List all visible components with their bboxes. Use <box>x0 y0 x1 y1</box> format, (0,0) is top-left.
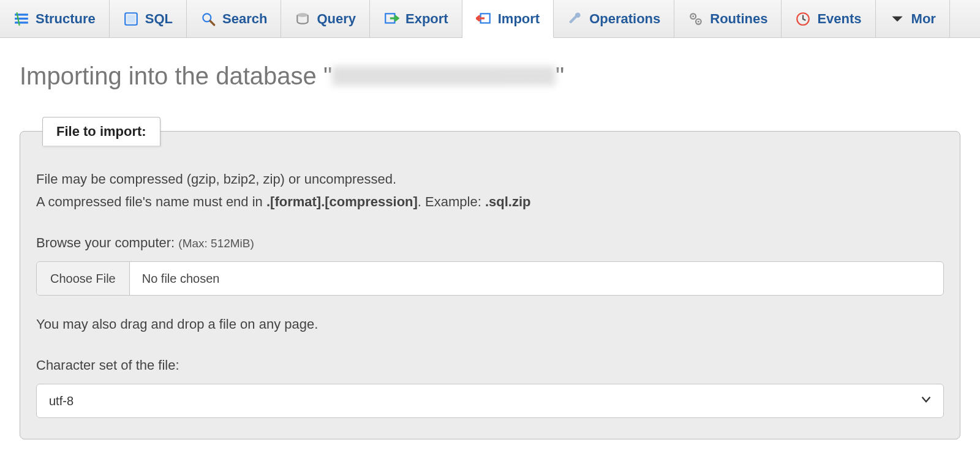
tab-label: SQL <box>145 11 173 27</box>
compression-info-line2: A compressed file's name must end in .[f… <box>36 192 944 212</box>
browse-label: Browse your computer: (Max: 512MiB) <box>36 233 944 253</box>
svg-point-13 <box>698 20 699 22</box>
tab-search[interactable]: Search <box>187 0 281 37</box>
compression-info-line1: File may be compressed (gzip, bzip2, zip… <box>36 169 944 189</box>
search-icon <box>200 11 216 27</box>
tab-sql[interactable]: SQL <box>110 0 187 37</box>
file-chosen-status: No file chosen <box>130 262 943 295</box>
tab-query[interactable]: Query <box>281 0 370 37</box>
choose-file-button[interactable]: Choose File <box>37 262 130 295</box>
tab-export[interactable]: Export <box>370 0 462 37</box>
tab-label: Search <box>222 11 267 27</box>
page-body: Importing into the database "" File to i… <box>0 38 980 454</box>
title-prefix: Importing into the database " <box>20 62 332 89</box>
tab-more[interactable]: Mor <box>876 0 950 37</box>
import-icon <box>476 11 492 27</box>
gears-icon <box>688 11 704 27</box>
tab-operations[interactable]: Operations <box>554 0 674 37</box>
file-to-import-fieldset: File to import: File may be compressed (… <box>20 117 960 439</box>
tab-label: Operations <box>589 11 660 27</box>
file-input-row: Choose File No file chosen <box>36 261 944 296</box>
charset-select[interactable]: utf-8 <box>36 384 944 418</box>
charset-select-wrap: utf-8 <box>36 384 944 418</box>
svg-rect-4 <box>127 15 135 23</box>
chevron-down-icon <box>889 11 905 27</box>
tab-import[interactable]: Import <box>462 0 554 38</box>
tab-routines[interactable]: Routines <box>674 0 782 37</box>
tab-events[interactable]: Events <box>782 0 875 37</box>
structure-icon <box>13 11 29 27</box>
export-icon <box>383 11 399 27</box>
max-size: (Max: 512MiB) <box>178 237 254 250</box>
tab-label: Mor <box>911 11 936 27</box>
tab-structure[interactable]: Structure <box>0 0 110 37</box>
query-icon <box>295 11 311 27</box>
sql-icon <box>123 11 139 27</box>
svg-line-6 <box>210 21 214 25</box>
fieldset-legend: File to import: <box>42 117 160 146</box>
dragdrop-hint: You may also drag and drop a file on any… <box>36 314 944 334</box>
svg-rect-1 <box>15 17 28 19</box>
tab-label: Events <box>817 11 861 27</box>
tab-label: Structure <box>36 11 96 27</box>
page-title: Importing into the database "" <box>20 62 960 90</box>
database-name-redacted <box>332 66 556 86</box>
title-suffix: " <box>556 62 564 89</box>
tab-label: Routines <box>710 11 767 27</box>
tab-label: Query <box>317 11 356 27</box>
tab-label: Export <box>405 11 448 27</box>
charset-label: Character set of the file: <box>36 355 944 375</box>
wrench-icon <box>567 11 583 27</box>
clock-icon <box>795 11 811 27</box>
svg-rect-2 <box>15 21 28 23</box>
tab-label: Import <box>498 11 540 27</box>
tabbar: Structure SQL Search Query Export Import <box>0 0 980 38</box>
svg-point-7 <box>298 13 308 17</box>
svg-point-12 <box>693 15 695 17</box>
